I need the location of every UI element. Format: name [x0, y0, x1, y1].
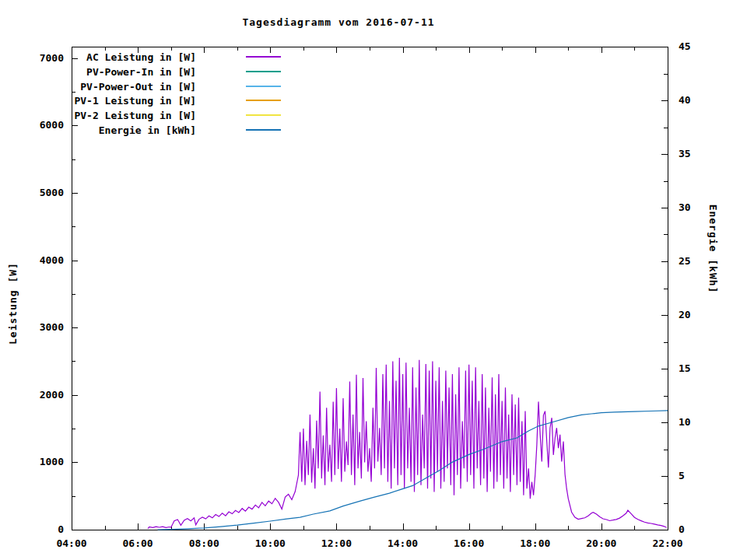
x-tick-label: 04:00	[48, 538, 95, 549]
y-left-tick-label: 2000	[0, 390, 64, 401]
legend-line-swatch	[246, 100, 281, 101]
chart-canvas: Tagesdiagramm vom 2016-07-11 Leistung [W…	[0, 0, 747, 560]
y-left-tick-label: 5000	[0, 187, 64, 198]
y-left-tick-label: 3000	[0, 322, 64, 333]
legend-line-swatch	[246, 86, 281, 87]
legend-label: PV-Power-In in [W]	[0, 66, 196, 78]
y-right-tick-label: 25	[679, 256, 691, 267]
y-right-tick-label: 20	[679, 310, 691, 320]
y-right-tick-label: 15	[679, 363, 691, 374]
x-tick-label: 20:00	[578, 538, 625, 549]
y-right-tick-label: 5	[679, 471, 685, 481]
legend-line-swatch	[246, 114, 281, 116]
legend-line-swatch	[246, 129, 281, 131]
legend-line-swatch	[246, 56, 281, 58]
y-right-tick-label: 45	[679, 41, 691, 52]
series-line-0	[148, 358, 667, 529]
y-right-tick-label: 40	[679, 95, 691, 106]
x-tick-label: 16:00	[446, 538, 493, 549]
x-tick-label: 08:00	[181, 538, 227, 549]
x-tick-label: 12:00	[313, 538, 359, 549]
legend-label: Energie in [kWh]	[0, 124, 196, 136]
legend-label: PV-Power-Out in [W]	[0, 81, 196, 93]
y-left-tick-label: 1000	[0, 457, 64, 467]
y-right-tick-label: 0	[679, 524, 685, 535]
y-right-tick-label: 10	[679, 417, 691, 428]
y-right-tick-label: 30	[679, 202, 691, 213]
legend-label: PV-2 Leistung in [W]	[0, 110, 196, 121]
legend-label: AC Leistung in [W]	[0, 51, 196, 63]
x-tick-label: 06:00	[114, 538, 161, 549]
legend-line-swatch	[246, 71, 281, 72]
y-right-tick-label: 35	[679, 149, 691, 159]
y-left-tick-label: 0	[0, 524, 64, 535]
legend-label: PV-1 Leistung in [W]	[0, 95, 196, 107]
y-left-tick-label: 4000	[0, 255, 64, 266]
x-tick-label: 10:00	[247, 538, 293, 549]
x-tick-label: 22:00	[644, 538, 691, 549]
x-tick-label: 14:00	[380, 538, 426, 549]
x-tick-label: 18:00	[512, 538, 559, 549]
